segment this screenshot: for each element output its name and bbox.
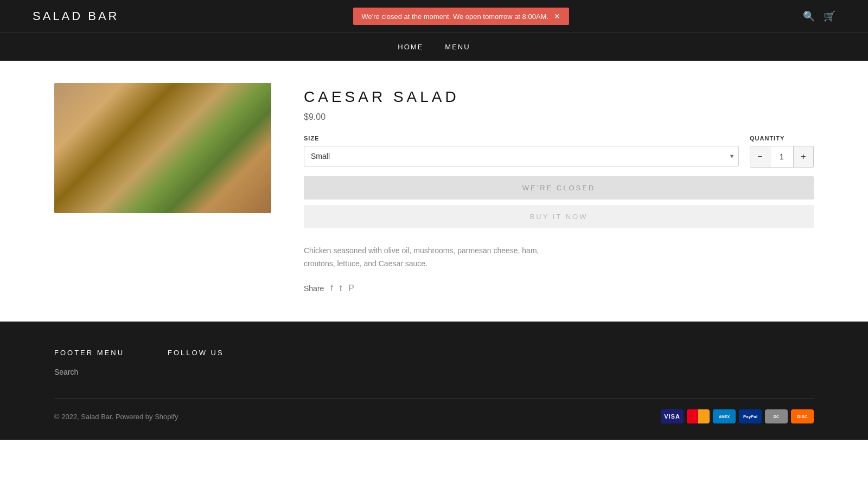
site-logo[interactable]: SALAD BAR [33,9,119,23]
header-actions: 🔍 🛒 [803,10,835,22]
product-details: CAESAR SALAD $9.00 SIZE Small Medium Lar… [304,83,814,300]
quantity-increase-button[interactable]: + [794,146,813,167]
notice-close-button[interactable]: ✕ [554,12,560,21]
amex-icon: AMEX [713,409,736,423]
cart-icon[interactable]: 🛒 [824,10,835,22]
quantity-label: QUANTITY [750,135,814,142]
product-image [54,83,271,213]
main-nav: HOME MENU [0,33,868,61]
footer-link-search[interactable]: Search [54,368,124,376]
size-option-group: SIZE Small Medium Large [304,135,739,166]
product-page: CAESAR SALAD $9.00 SIZE Small Medium Lar… [0,61,868,322]
quantity-controls: − 1 + [750,146,814,168]
facebook-share-icon[interactable]: f [330,284,333,293]
footer-menu-section: FOOTER MENU Search [54,349,124,376]
product-image-container [54,83,271,300]
buy-it-now-button: BUY IT NOW [304,205,814,228]
product-title: CAESAR SALAD [304,88,814,106]
size-select-wrapper: Small Medium Large [304,146,739,166]
footer-top: FOOTER MENU Search FOLLOW US [54,349,814,376]
footer-menu-title: FOOTER MENU [54,349,124,357]
twitter-share-icon[interactable]: t [340,284,342,293]
mastercard-icon: MC [687,409,710,423]
diners-icon: DC [765,409,788,423]
footer-copyright: © 2022, Salad Bar. Powered by Shopify [54,413,178,421]
quantity-decrease-button[interactable]: − [750,146,770,167]
nav-item-menu[interactable]: MENU [445,43,470,51]
footer-follow-title: FOLLOW US [168,349,224,357]
share-row: Share f t P [304,284,814,293]
visa-icon: VISA [661,409,684,423]
share-label: Share [304,284,324,293]
paypal-icon: PayPal [739,409,762,423]
footer: FOOTER MENU Search FOLLOW US © 2022, Sal… [0,322,868,440]
footer-bottom: © 2022, Salad Bar. Powered by Shopify VI… [54,398,814,423]
size-label: SIZE [304,135,739,142]
payment-icons: VISA MC AMEX PayPal DC DISC [661,409,814,423]
product-description: Chicken seasoned with olive oil, mushroo… [304,245,542,271]
nav-item-home[interactable]: HOME [398,43,423,51]
size-select[interactable]: Small Medium Large [304,146,739,166]
product-price: $9.00 [304,112,814,122]
pinterest-share-icon[interactable]: P [348,284,354,293]
header: SALAD BAR We're closed at the moment. We… [0,0,868,33]
footer-follow-section: FOLLOW US [168,349,224,376]
quantity-value: 1 [770,146,794,167]
we-are-closed-button: WE'RE CLOSED [304,176,814,200]
closed-notice: We're closed at the moment. We open tomo… [353,8,570,25]
quantity-group: QUANTITY − 1 + [750,135,814,168]
discover-icon: DISC [791,409,814,423]
search-icon[interactable]: 🔍 [803,10,815,22]
options-row: SIZE Small Medium Large QUANTITY − 1 + [304,135,814,168]
notice-text: We're closed at the moment. We open tomo… [362,12,549,21]
product-image-visual [54,83,271,213]
